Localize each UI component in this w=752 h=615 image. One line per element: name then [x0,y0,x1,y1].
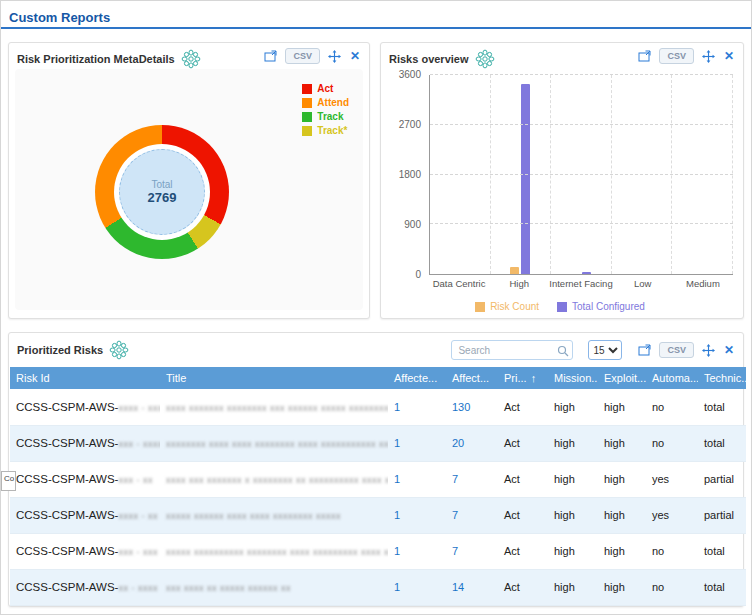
panel-controls: CSV ✕ [637,48,735,64]
donut-legend-item[interactable]: Track* [302,125,349,136]
risk-id-prefix: CCSS-CSPM-AWS- [16,581,118,593]
affected-link[interactable]: 1 [394,581,400,593]
column-header-automa[interactable]: Automa... [646,367,698,389]
risk-id-redacted: xxx - xx [118,475,153,485]
move-icon[interactable] [701,50,716,63]
risk-row[interactable]: CCSS-CSPM-AWS-xxx - xxxxxxxx xxxxxxxxxx … [10,533,746,569]
plot-area [429,75,733,275]
panel-controls: 15 CSV ✕ [451,340,735,361]
legend-label: Track* [317,125,347,136]
affected-link[interactable]: 1 [394,473,400,485]
bar-total-configured[interactable] [582,272,591,274]
legend-swatch [302,112,312,122]
affected-link[interactable]: 1 [394,401,400,413]
panel-header: Risk Prioritization MetaDetails [9,43,369,70]
cell-exploit: high [598,389,646,425]
cell-technic: partial [698,461,746,497]
cell-automa: no [646,569,698,605]
cell-technic: total [698,533,746,569]
x-tick-label: Medium [673,278,733,289]
close-icon[interactable]: ✕ [723,344,735,356]
column-header-pri[interactable]: Pri...↑ [498,367,548,389]
risk-id-redacted: xxx - xxxx [118,439,160,449]
title-redacted: xxxx xxx xxxxxxx x xxxxxxxx xx xxxxxxxxx… [166,475,388,485]
csv-export-button[interactable]: CSV [659,342,694,358]
csv-export-button[interactable]: CSV [659,48,694,64]
column-header-affecte[interactable]: Affecte... [388,367,446,389]
column-header-exploit[interactable]: Exploit... [598,367,646,389]
affected-link[interactable]: 1 [394,509,400,521]
donut-legend-item[interactable]: Act [302,83,349,94]
bar-legend-item[interactable]: Total Configured [557,301,645,312]
column-header-mission[interactable]: Mission... [548,367,598,389]
affected-link[interactable]: 1 [394,545,400,557]
bar-risk-count[interactable] [510,267,519,274]
search-icon[interactable] [557,343,569,361]
affected-count-link[interactable]: 7 [452,473,458,485]
cell-automa: yes [646,461,698,497]
donut-legend-item[interactable]: Attend [302,97,349,108]
column-header-riskid[interactable]: Risk Id [10,367,160,389]
cell-affect: 7 [446,533,498,569]
column-header-affect[interactable]: Affect... [446,367,498,389]
affected-count-link[interactable]: 130 [452,401,470,413]
risk-row[interactable]: CCSS-CSPM-AWS-xxxx - xxxxxxx xxxxxxx xxx… [10,389,746,425]
bar-legend-item[interactable]: Risk Count [475,301,539,312]
gridline [430,124,733,125]
collapsed-sidebar-tab[interactable]: Co [1,471,16,491]
y-tick-label: 900 [404,219,421,230]
page-size-select[interactable]: 15 [588,340,622,360]
cell-mission: high [548,425,598,461]
expand-icon[interactable] [637,50,652,62]
csv-export-button[interactable]: CSV [285,48,320,64]
affected-link[interactable]: 1 [394,437,400,449]
legend-label: Attend [317,97,349,108]
bar-total-configured[interactable] [521,84,530,274]
gridline [430,223,733,224]
expand-icon[interactable] [263,50,278,62]
cell-title: xxxxx xxxxxxxxxx xxxxxxxx xxxx xxxxxxxxx… [160,533,388,569]
gridline [430,74,733,75]
donut-chart[interactable]: Total 2769 [95,125,229,259]
cell-mission: high [548,497,598,533]
affected-count-link[interactable]: 20 [452,437,464,449]
risk-id-redacted: xx - xxxx [118,583,158,593]
search-wrap [451,340,573,361]
flower-stamp-icon [178,48,204,70]
column-header-title[interactable]: Title [160,367,388,389]
risk-id-prefix: CCSS-CSPM-AWS- [16,401,118,413]
panel-risks-overview: Risks overview [380,42,744,319]
cell-automa: no [646,389,698,425]
move-icon[interactable] [701,344,716,357]
column-header-technic[interactable]: Technic... [698,367,746,389]
x-tick-label: Internet Facing [549,278,612,289]
cell-exploit: high [598,425,646,461]
expand-icon[interactable] [637,344,652,356]
panel-title-wrap: Risks overview [389,48,498,70]
top-bar: Custom Reports [1,1,751,29]
close-icon[interactable]: ✕ [723,50,735,62]
affected-count-link[interactable]: 14 [452,581,464,593]
x-tick-label: Low [613,278,673,289]
risk-row[interactable]: CCSS-CSPM-AWS-xxxx - xxxxxxx xxxxxx xxxx… [10,497,746,533]
affected-count-link[interactable]: 7 [452,545,458,557]
risk-row[interactable]: CCSS-CSPM-AWS-xxx - xxxxxxxxxxxx xxxx xx… [10,425,746,461]
search-input[interactable] [451,340,573,360]
cell-affecte: 1 [388,533,446,569]
title-redacted: xxxx xxxxxxx xxxxxxxx xxx xxxxxx xxxxx x… [166,403,388,413]
cell-risk-id: CCSS-CSPM-AWS-xxx - xx [10,461,160,497]
cell-exploit: high [598,461,646,497]
cell-affecte: 1 [388,425,446,461]
column-header-label: Title [166,372,186,384]
risk-row[interactable]: CCSS-CSPM-AWS-xxx - xxxxxx xxx xxxxxxx x… [10,461,746,497]
cell-risk-id: CCSS-CSPM-AWS-xxxx - xxx [10,389,160,425]
sort-asc-icon[interactable]: ↑ [531,372,537,384]
affected-count-link[interactable]: 7 [452,509,458,521]
cell-title: xxxx xxxxxxx xxxxxxxx xxx xxxxxx xxxxx x… [160,389,388,425]
donut-legend-item[interactable]: Track [302,111,349,122]
risk-row[interactable]: CCSS-CSPM-AWS-xx - xxxxxxx xxxx xx xxxxx… [10,569,746,605]
move-icon[interactable] [327,50,342,63]
cell-affect: 20 [446,425,498,461]
close-icon[interactable]: ✕ [349,50,361,62]
prioritized-risks-table: Risk IdTitleAffecte...Affect...Pri...↑Mi… [10,367,746,606]
